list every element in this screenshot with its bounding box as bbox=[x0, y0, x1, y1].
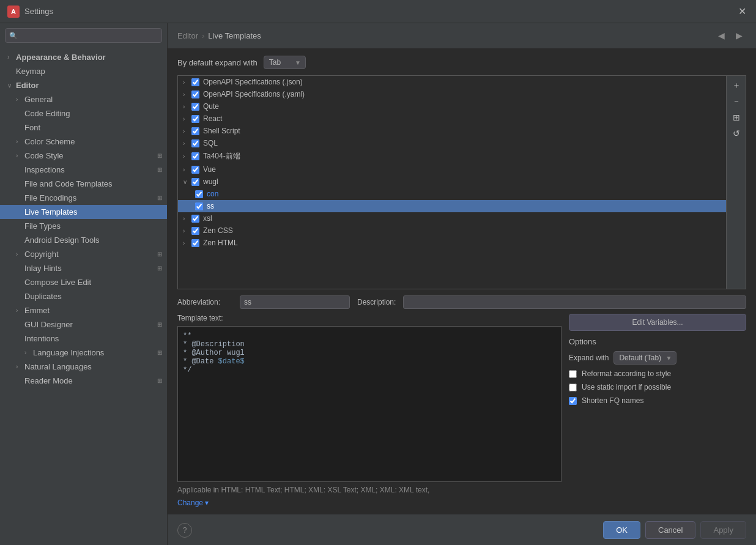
main-panel: Editor › Live Templates ◀ ▶ By default e… bbox=[168, 23, 756, 545]
group-zen-css[interactable]: › Zen CSS bbox=[178, 224, 726, 237]
group-checkbox[interactable] bbox=[191, 178, 199, 186]
sidebar-item-emmet[interactable]: › Emmet bbox=[0, 303, 167, 317]
item-checkbox[interactable] bbox=[195, 202, 203, 210]
help-button[interactable]: ? bbox=[177, 523, 192, 538]
sidebar-item-file-code-templates[interactable]: File and Code Templates bbox=[0, 177, 167, 191]
expand-with-select[interactable]: Tab Enter Space bbox=[264, 56, 306, 69]
sidebar-item-editor[interactable]: ∨ Editor bbox=[0, 78, 167, 92]
remove-button[interactable]: － bbox=[729, 94, 744, 109]
sidebar-item-file-encodings[interactable]: File Encodings ⊞ bbox=[0, 191, 167, 205]
group-openapi-yaml[interactable]: › OpenAPI Specifications (.yaml) bbox=[178, 88, 726, 100]
sidebar-item-label: Emmet bbox=[24, 306, 50, 315]
group-checkbox[interactable] bbox=[191, 239, 199, 247]
sidebar-item-color-scheme[interactable]: › Color Scheme bbox=[0, 135, 167, 149]
group-checkbox[interactable] bbox=[191, 139, 199, 147]
group-shell[interactable]: › Shell Script bbox=[178, 125, 726, 137]
sidebar-item-copyright[interactable]: › Copyright ⊞ bbox=[0, 247, 167, 261]
sidebar-item-intentions[interactable]: Intentions bbox=[0, 332, 167, 346]
sidebar-item-gui-designer[interactable]: GUI Designer ⊞ bbox=[0, 317, 167, 332]
sidebar-item-reader-mode[interactable]: Reader Mode ⊞ bbox=[0, 374, 167, 388]
static-import-checkbox[interactable] bbox=[569, 384, 577, 391]
copy-button[interactable]: ⊞ bbox=[729, 110, 744, 125]
sidebar-item-font[interactable]: Font bbox=[0, 120, 167, 135]
sidebar-item-natural-languages[interactable]: › Natural Languages bbox=[0, 360, 167, 374]
static-import-option-row: Use static import if possible bbox=[569, 383, 746, 391]
breadcrumb-current: Live Templates bbox=[208, 31, 261, 40]
sidebar-item-live-templates[interactable]: Live Templates bbox=[0, 205, 167, 219]
template-item-ss[interactable]: ss bbox=[178, 200, 726, 212]
ok-button[interactable]: OK bbox=[603, 521, 640, 539]
badge-icon: ⊞ bbox=[157, 251, 162, 258]
reformat-checkbox[interactable] bbox=[569, 370, 577, 378]
group-checkbox[interactable] bbox=[191, 127, 199, 135]
group-arrow: › bbox=[183, 166, 191, 173]
group-arrow: › bbox=[183, 79, 191, 86]
app-icon: A bbox=[7, 6, 20, 18]
group-label: OpenAPI Specifications (.yaml) bbox=[203, 90, 305, 98]
nav-forward-button[interactable]: ▶ bbox=[732, 29, 746, 42]
options-section: Options Expand with Default (Tab) Tab En… bbox=[569, 337, 746, 405]
group-checkbox[interactable] bbox=[191, 78, 199, 86]
expand-with-option-select[interactable]: Default (Tab) Tab Enter Space bbox=[613, 351, 676, 365]
change-link[interactable]: Change ▾ bbox=[177, 499, 209, 507]
shorten-fq-option-row: Shorten FQ names bbox=[569, 396, 746, 405]
search-input[interactable] bbox=[5, 28, 162, 43]
group-checkbox[interactable] bbox=[191, 166, 199, 174]
sidebar-item-android-design[interactable]: Android Design Tools bbox=[0, 233, 167, 247]
nav-back-button[interactable]: ◀ bbox=[714, 29, 728, 42]
sidebar-item-code-editing[interactable]: Code Editing bbox=[0, 106, 167, 120]
sidebar-item-inspections[interactable]: Inspections ⊞ bbox=[0, 163, 167, 177]
group-vue[interactable]: › Vue bbox=[178, 163, 726, 176]
template-text-area[interactable]: ** * @Description * @Author wugl * @Date… bbox=[177, 326, 561, 482]
sidebar-item-label: Natural Languages bbox=[24, 362, 92, 371]
group-react[interactable]: › React bbox=[178, 113, 726, 125]
group-checkbox[interactable] bbox=[191, 227, 199, 235]
list-toolbar: ＋ － ⊞ ↺ bbox=[727, 75, 746, 289]
expand-with-row: By default expand with Tab Enter Space ▼ bbox=[177, 56, 746, 69]
sidebar-item-appearance[interactable]: › Appearance & Behavior bbox=[0, 50, 167, 64]
sidebar-item-keymap[interactable]: Keymap bbox=[0, 64, 167, 78]
shorten-fq-checkbox[interactable] bbox=[569, 397, 577, 405]
sidebar-item-general[interactable]: › General bbox=[0, 92, 167, 106]
group-sql[interactable]: › SQL bbox=[178, 137, 726, 149]
badge-icon: ⊞ bbox=[157, 195, 162, 201]
group-checkbox[interactable] bbox=[191, 91, 199, 98]
description-input[interactable] bbox=[403, 295, 746, 309]
revert-button[interactable]: ↺ bbox=[729, 126, 744, 141]
group-checkbox[interactable] bbox=[191, 103, 199, 111]
cancel-button[interactable]: Cancel bbox=[645, 521, 695, 539]
sidebar-item-file-types[interactable]: File Types bbox=[0, 219, 167, 233]
sidebar-item-duplicates[interactable]: Duplicates bbox=[0, 289, 167, 303]
expand-arrow: › bbox=[16, 251, 24, 258]
options-title: Options bbox=[569, 337, 746, 346]
edit-variables-button[interactable]: Edit Variables... bbox=[569, 314, 746, 331]
sidebar-item-language-injections[interactable]: › Language Injections ⊞ bbox=[0, 346, 167, 360]
badge-icon: ⊞ bbox=[157, 265, 162, 272]
group-checkbox[interactable] bbox=[191, 152, 199, 160]
search-box: 🔍 bbox=[0, 23, 167, 48]
sidebar-item-inlay-hints[interactable]: Inlay Hints ⊞ bbox=[0, 261, 167, 275]
expand-with-option-wrapper: Default (Tab) Tab Enter Space ▼ bbox=[613, 351, 676, 365]
group-checkbox[interactable] bbox=[191, 215, 199, 223]
breadcrumb-separator: › bbox=[202, 31, 204, 40]
sidebar-item-code-style[interactable]: › Code Style ⊞ bbox=[0, 149, 167, 163]
add-button[interactable]: ＋ bbox=[729, 78, 744, 93]
group-ta404[interactable]: › Ta404-前端 bbox=[178, 149, 726, 163]
group-zen-html[interactable]: › Zen HTML bbox=[178, 237, 726, 249]
group-qute[interactable]: › Qute bbox=[178, 100, 726, 113]
template-item-con[interactable]: con bbox=[178, 188, 726, 200]
group-xsl[interactable]: › xsl bbox=[178, 212, 726, 224]
group-label: OpenAPI Specifications (.json) bbox=[203, 78, 303, 86]
breadcrumb-nav: ◀ ▶ bbox=[714, 29, 746, 42]
item-checkbox[interactable] bbox=[195, 190, 203, 198]
sidebar-tree: › Appearance & Behavior Keymap ∨ Editor … bbox=[0, 48, 167, 545]
group-checkbox[interactable] bbox=[191, 115, 199, 123]
sidebar-item-label: Appearance & Behavior bbox=[16, 53, 106, 62]
apply-button[interactable]: Apply bbox=[700, 521, 746, 539]
group-wugl[interactable]: ∨ wugl bbox=[178, 176, 726, 188]
abbreviation-input[interactable] bbox=[240, 295, 350, 309]
group-openapi-json[interactable]: › OpenAPI Specifications (.json) bbox=[178, 76, 726, 88]
template-right-panel: Edit Variables... Options Expand with De… bbox=[569, 314, 746, 507]
sidebar-item-compose-live-edit[interactable]: Compose Live Edit bbox=[0, 275, 167, 289]
close-button[interactable]: ✕ bbox=[736, 3, 749, 20]
